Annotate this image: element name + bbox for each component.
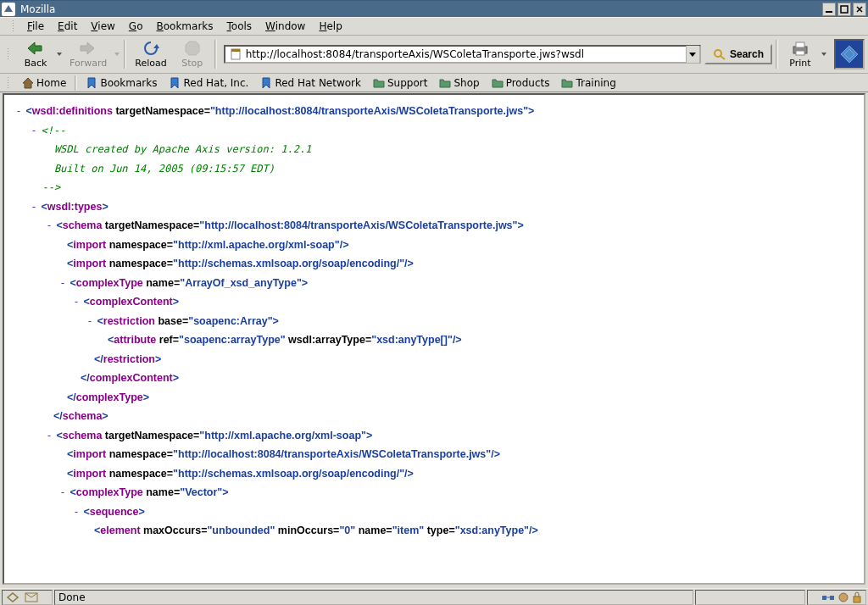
- forward-button: Forward: [64, 37, 112, 71]
- back-dropdown[interactable]: [56, 53, 63, 56]
- svg-rect-10: [830, 596, 834, 600]
- toolbar-handle[interactable]: [7, 76, 10, 90]
- folder-icon: [492, 77, 504, 89]
- lock-icon[interactable]: [852, 591, 862, 603]
- bookmark-products[interactable]: Products: [487, 76, 555, 90]
- bookmark-redhat[interactable]: Red Hat, Inc.: [164, 76, 253, 90]
- collapse-toggle[interactable]: -: [30, 121, 38, 141]
- folder-icon: [439, 77, 451, 89]
- collapse-toggle[interactable]: -: [45, 426, 53, 446]
- separator: [776, 40, 778, 69]
- bookmark-support[interactable]: Support: [368, 76, 432, 90]
- bookmark-icon: [169, 77, 181, 89]
- reload-button[interactable]: Reload: [130, 37, 171, 71]
- print-dropdown[interactable]: [821, 53, 827, 56]
- collapse-toggle[interactable]: -: [72, 292, 81, 312]
- home-button[interactable]: Home: [17, 76, 71, 90]
- menu-file[interactable]: File: [20, 19, 51, 34]
- status-bar: Done: [0, 588, 868, 605]
- collapse-toggle[interactable]: -: [86, 312, 94, 331]
- stop-icon: [182, 40, 203, 57]
- menu-help[interactable]: Help: [312, 19, 348, 34]
- personal-toolbar: Home Bookmarks Red Hat, Inc. Red Hat Net…: [0, 74, 868, 92]
- url-dropdown[interactable]: [686, 46, 699, 63]
- forward-icon: [78, 40, 98, 57]
- forward-dropdown: [114, 53, 120, 56]
- svg-rect-0: [826, 11, 832, 13]
- svg-rect-1: [841, 6, 848, 13]
- app-icon: [2, 3, 15, 16]
- content-area[interactable]: - <wsdl:definitions targetNamespace="htt…: [3, 93, 865, 585]
- print-button[interactable]: Print: [782, 37, 819, 71]
- menu-view[interactable]: View: [84, 19, 121, 34]
- bookmark-rhn[interactable]: Red Hat Network: [255, 76, 366, 90]
- bookmark-training[interactable]: Training: [556, 76, 620, 90]
- close-button[interactable]: [853, 3, 866, 16]
- folder-icon: [373, 77, 385, 89]
- xml-comment: <!-- WSDL created by Apache Axis version…: [30, 125, 311, 194]
- collapse-toggle[interactable]: -: [58, 483, 67, 502]
- svg-rect-6: [796, 42, 804, 47]
- svg-point-4: [715, 50, 721, 57]
- bookmark-icon: [86, 77, 97, 89]
- component-bar: [2, 590, 53, 605]
- collapse-toggle[interactable]: -: [14, 102, 23, 121]
- minimize-button[interactable]: [822, 3, 836, 16]
- security-indicators: [807, 590, 866, 605]
- mail-icon[interactable]: [25, 592, 38, 602]
- xml-tree: - <wsdl:definitions targetNamespace="htt…: [4, 95, 864, 547]
- search-button[interactable]: Search: [704, 44, 772, 64]
- maximize-button[interactable]: [837, 3, 851, 16]
- progress-bar: [695, 590, 805, 605]
- throbber-icon[interactable]: [834, 39, 865, 69]
- menu-edit[interactable]: Edit: [51, 19, 84, 34]
- collapse-toggle[interactable]: -: [30, 197, 38, 217]
- navigator-icon[interactable]: [6, 591, 19, 603]
- menu-bookmarks[interactable]: Bookmarks: [149, 19, 220, 34]
- folder-icon: [561, 77, 573, 89]
- separator: [124, 40, 126, 69]
- url-input[interactable]: [246, 47, 686, 62]
- print-icon: [790, 40, 810, 57]
- svg-rect-12: [854, 597, 860, 602]
- back-button[interactable]: Back: [17, 37, 54, 71]
- toolbar-handle[interactable]: [7, 47, 10, 61]
- svg-rect-9: [822, 596, 826, 600]
- cookie-icon[interactable]: [837, 591, 849, 603]
- online-icon[interactable]: [821, 592, 835, 602]
- reload-icon: [141, 40, 161, 57]
- status-message: Done: [54, 590, 693, 605]
- collapse-toggle[interactable]: -: [45, 216, 53, 236]
- separator: [214, 40, 217, 69]
- window-titlebar: Mozilla: [0, 0, 868, 17]
- bookmark-icon: [260, 77, 272, 89]
- svg-point-11: [839, 593, 848, 602]
- home-icon: [22, 77, 34, 89]
- menu-tools[interactable]: Tools: [220, 19, 259, 34]
- window-title: Mozilla: [20, 3, 55, 15]
- svg-rect-7: [796, 51, 804, 55]
- bookmark-shop[interactable]: Shop: [434, 76, 484, 90]
- menu-go[interactable]: Go: [122, 19, 150, 34]
- svg-rect-3: [231, 49, 240, 52]
- separator: [75, 75, 77, 91]
- menu-window[interactable]: Window: [259, 19, 312, 34]
- search-icon: [713, 48, 726, 60]
- stop-button: Stop: [174, 37, 211, 71]
- menu-bar: File Edit View Go Bookmarks Tools Window…: [0, 17, 868, 36]
- bookmark-page-icon[interactable]: [228, 47, 243, 62]
- navigation-toolbar: Back Forward Reload Stop Search Print: [0, 36, 868, 74]
- bookmarks-folder[interactable]: Bookmarks: [81, 76, 162, 90]
- url-bar[interactable]: [224, 45, 701, 64]
- back-icon: [25, 40, 46, 57]
- collapse-toggle[interactable]: -: [72, 502, 81, 522]
- toolbar-handle[interactable]: [12, 19, 15, 33]
- collapse-toggle[interactable]: -: [58, 274, 67, 293]
